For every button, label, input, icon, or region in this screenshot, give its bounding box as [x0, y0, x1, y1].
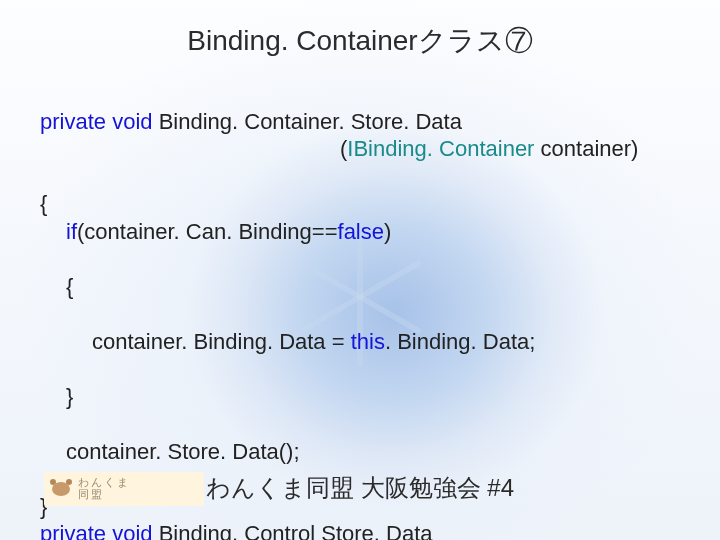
- code-block: private void Binding. Container. Store. …: [40, 80, 680, 540]
- slide-title: Binding. Containerクラス⑦: [0, 22, 720, 60]
- slide-footer: わんくま同盟 大阪勉強会 #4: [0, 472, 720, 504]
- keyword: if: [66, 219, 77, 244]
- code-line: {: [40, 191, 47, 216]
- code-text: Binding. Control Store. Data: [153, 521, 433, 540]
- code-text: Binding. Container. Store. Data: [153, 109, 462, 134]
- code-line: container. Binding. Data = this. Binding…: [40, 328, 680, 356]
- code-text: ): [384, 219, 391, 244]
- code-line: private void Binding. Control Store. Dat…: [40, 521, 433, 540]
- code-line: }: [40, 383, 680, 411]
- code-text: . Binding. Data;: [385, 329, 535, 354]
- code-line: (IBinding. Container container): [40, 135, 680, 163]
- code-text: (container. Can. Binding==: [77, 219, 338, 244]
- keyword: private void: [40, 109, 153, 134]
- keyword: private void: [40, 521, 153, 540]
- code-line: container. Store. Data();: [40, 438, 680, 466]
- code-text: container): [534, 136, 638, 161]
- type-name: IBinding. Container: [347, 136, 534, 161]
- code-line: {: [40, 273, 680, 301]
- code-text: container. Binding. Data =: [92, 329, 351, 354]
- slide: Binding. Containerクラス⑦ private void Bind…: [0, 0, 720, 540]
- keyword: false: [338, 219, 384, 244]
- code-line: if(container. Can. Binding==false): [40, 218, 680, 246]
- code-line: private void Binding. Container. Store. …: [40, 109, 462, 134]
- keyword: this: [351, 329, 385, 354]
